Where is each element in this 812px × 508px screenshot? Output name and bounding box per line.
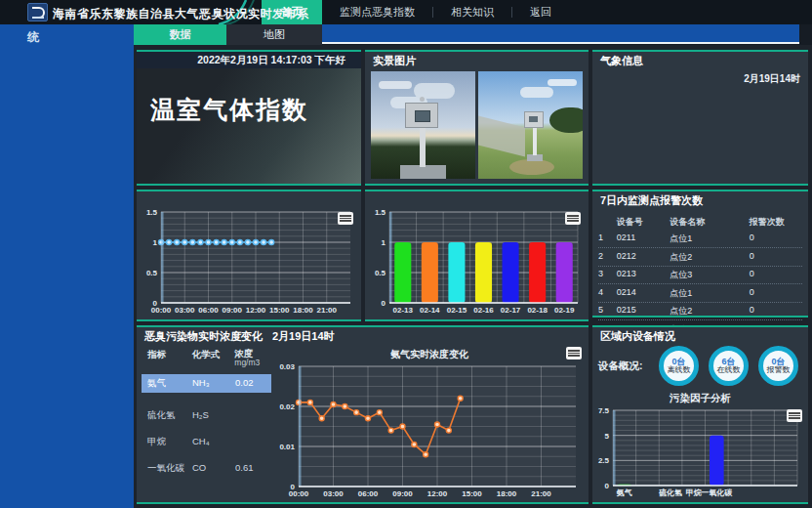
svg-text:甲烷: 甲烷: [686, 488, 703, 497]
chart-menu-icon[interactable]: [566, 347, 582, 360]
svg-text:02-17: 02-17: [501, 306, 521, 315]
ammonia-chart-area: 氨气实时浓度变化 00.010.020.0300:0003:0006:0009:…: [273, 345, 586, 500]
pollutant-cell: H₂S: [192, 409, 235, 422]
alarm-cell: 0214: [617, 287, 670, 300]
svg-text:氨气: 氨气: [616, 488, 632, 497]
svg-text:09:00: 09:00: [392, 489, 413, 498]
pollutant-cell: 甲烷: [147, 436, 192, 448]
pollutant-cell: 一氧化碳: [147, 462, 192, 475]
svg-text:06:00: 06:00: [358, 489, 379, 498]
daily-index-bar-chart[interactable]: 00.511.502-1302-1402-1502-1602-1702-1802…: [368, 207, 586, 317]
alarm-cell: 0: [750, 251, 802, 264]
device-overview-label: 设备概况:: [598, 360, 659, 373]
pollutants-panel: 恶臭污染物实时浓度变化2月19日14时 指标化学式浓度mg/m3氨气NH₃0.0…: [137, 325, 589, 504]
alarm-cell: 3: [598, 269, 617, 281]
nav-item-1[interactable]: 监测点恶臭指数: [322, 0, 432, 24]
alarm-table-title: 7日内监测点报警次数: [592, 191, 808, 208]
alarm-cell: 2: [598, 251, 617, 264]
pollutant-cell: CO: [192, 462, 235, 475]
svg-text:1: 1: [382, 238, 386, 247]
pollutants-panel-title: 恶臭污染物实时浓度变化2月19日14时: [137, 327, 589, 344]
svg-text:0.02: 0.02: [279, 402, 295, 411]
cloud-art: [379, 81, 412, 89]
svg-text:06:00: 06:00: [198, 306, 219, 315]
svg-text:0: 0: [382, 299, 386, 308]
index-line-chart-header: [137, 191, 361, 208]
devices-panel: 区域内设备情况 设备概况: 0台离线数6台在线数0台报警数 污染因子分析 02.…: [592, 325, 808, 504]
alarm-table-row: 50215点位20: [598, 303, 802, 321]
sidebar-bottom-notch: [0, 437, 144, 508]
alarm-col-header: 设备名称: [670, 216, 750, 229]
svg-text:1.5: 1.5: [375, 208, 386, 217]
svg-text:0.01: 0.01: [279, 443, 295, 451]
greenhouse-panel: 2022年2月19日 14:17:03 下午好 温室气体指数: [137, 50, 361, 186]
index-line-chart-panel: 00.511.500:0003:0006:0009:0012:0015:0018…: [137, 190, 361, 321]
station-pole-art: [420, 124, 426, 167]
svg-text:一氧化碳: 一氧化碳: [701, 488, 733, 497]
pollutant-cell: [235, 436, 264, 448]
alarm-cell: 0: [750, 287, 802, 300]
monitor-unit-art: [524, 111, 544, 128]
pollutant-cell: [235, 409, 264, 422]
devices-panel-title: 区域内设备情况: [592, 327, 808, 344]
pollutants-title-text: 恶臭污染物实时浓度变化: [144, 330, 263, 342]
tab-map[interactable]: 地图: [226, 24, 322, 45]
station-base-art: [400, 165, 446, 179]
svg-text:03:00: 03:00: [323, 489, 344, 498]
chart-menu-icon[interactable]: [338, 212, 353, 225]
svg-text:02-15: 02-15: [447, 306, 467, 315]
app-logo-icon: [27, 3, 48, 21]
alarm-cell: 点位1: [670, 233, 750, 245]
greenhouse-index-line-chart[interactable]: 00.511.500:0003:0006:0009:0012:0015:0018…: [140, 207, 358, 317]
svg-text:0: 0: [605, 482, 610, 490]
svg-text:02-16: 02-16: [473, 306, 494, 315]
alarm-cell: 0211: [617, 233, 670, 245]
daily-bar-chart-panel: 00.511.502-1302-1402-1502-1602-1702-1802…: [365, 190, 589, 321]
station-photo-2: [478, 71, 583, 179]
pollutant-cell: 0.61: [235, 462, 264, 475]
svg-text:02-14: 02-14: [420, 306, 440, 315]
nav-item-3[interactable]: 返回: [512, 0, 569, 24]
weather-panel: 气象信息 2月19日14时: [592, 50, 808, 186]
pollutant-row[interactable]: 一氧化碳CO0.61: [142, 459, 271, 478]
alarm-cell: 5: [598, 305, 617, 318]
alarm-cell: 0: [750, 233, 802, 245]
pollutant-row[interactable]: 甲烷CH₄: [142, 433, 271, 451]
svg-text:硫化氢: 硫化氢: [658, 488, 682, 497]
chart-menu-icon[interactable]: [565, 212, 581, 225]
alarm-table-header: 设备号设备名称报警次数: [598, 213, 802, 231]
photos-panel: 实景图片: [365, 50, 589, 186]
svg-text:15:00: 15:00: [269, 306, 290, 315]
device-stat-circle: 6台在线数: [709, 346, 749, 386]
weather-panel-title: 气象信息: [592, 52, 808, 68]
alarm-cell: 点位2: [670, 251, 750, 264]
pollutant-cell: CH₄: [192, 436, 235, 448]
alarm-table: 设备号设备名称报警次数10211点位1020212点位2030213点位3040…: [598, 213, 802, 339]
svg-text:12:00: 12:00: [246, 306, 266, 315]
pollution-factor-bar-chart[interactable]: 02.557.5氨气硫化氢甲烷一氧化碳: [595, 405, 805, 499]
svg-text:21:00: 21:00: [531, 489, 551, 498]
daily-bar-chart-header: [365, 191, 589, 208]
alarm-table-panel: 7日内监测点报警次数 设备号设备名称报警次数10211点位1020212点位20…: [592, 190, 808, 318]
sidebar: [0, 24, 134, 508]
app-title-wrap: 统: [27, 29, 39, 46]
svg-text:03:00: 03:00: [175, 306, 195, 315]
svg-text:15:00: 15:00: [462, 489, 482, 498]
dashboard-screen: 首页监测点恶臭指数相关知识返回 海南省乐东黎族自治县大气恶臭状况实时发布系 统 …: [0, 0, 812, 508]
svg-text:0.5: 0.5: [375, 269, 386, 277]
tabbar-filler-strip: [322, 24, 799, 44]
greenhouse-title: 温室气体指数: [150, 94, 308, 126]
svg-text:2.5: 2.5: [598, 456, 610, 465]
trees-art: [549, 107, 583, 133]
pollutant-row[interactable]: 氨气NH₃0.02: [142, 374, 271, 393]
tab-data[interactable]: 数据: [134, 24, 226, 45]
factor-chart-title: 污染因子分析: [592, 392, 808, 405]
alarm-cell: 0215: [617, 305, 670, 318]
pollutant-row[interactable]: 硫化氢H₂S: [142, 406, 271, 425]
chart-menu-icon[interactable]: [787, 409, 802, 422]
alarm-cell: 点位3: [670, 269, 750, 281]
nav-item-2[interactable]: 相关知识: [433, 0, 511, 24]
alarm-col-header: 报警次数: [750, 216, 802, 229]
svg-text:0.03: 0.03: [279, 362, 295, 371]
ammonia-line-chart[interactable]: 00.010.020.0300:0003:0006:0009:0012:0015…: [273, 361, 584, 500]
